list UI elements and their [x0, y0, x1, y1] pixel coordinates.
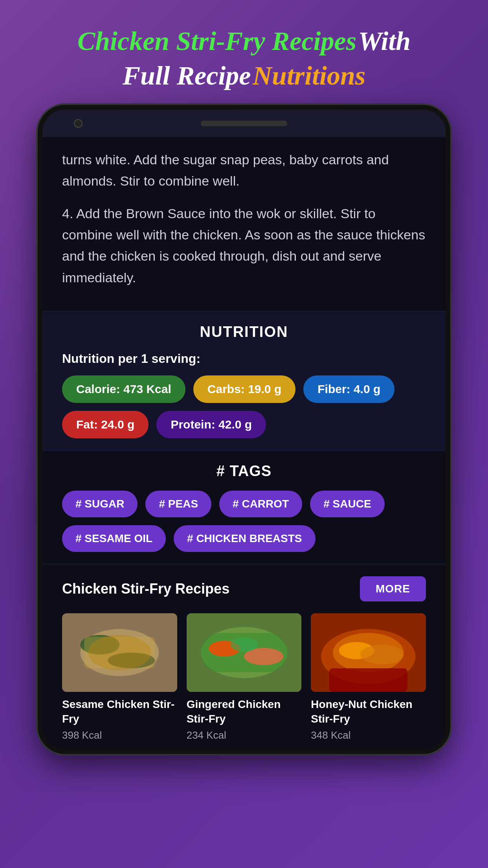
step4-text: 4. Add the Brown Sauce into the wok or s… [62, 203, 426, 289]
svg-point-16 [361, 645, 404, 664]
related-section: Chicken Stir-Fry Recipes MORE [42, 565, 446, 749]
phone-frame: turns white. Add the sugar snap peas, ba… [38, 105, 450, 754]
title-nutritions: Nutritions [253, 61, 365, 90]
phone-camera [74, 119, 83, 128]
page-title-block: Chicken Stri-Fry Recipes With Full Recip… [54, 0, 434, 105]
nutrition-section: NUTRITION Nutrition per 1 serving: Calor… [42, 312, 446, 450]
card-2-name: Gingered Chicken Stir-Fry [187, 697, 302, 726]
phone-speaker [201, 121, 287, 126]
tag-sugar[interactable]: # SUGAR [62, 491, 138, 517]
card-2-kcal: 234 Kcal [187, 729, 302, 741]
recipe-card-img-sesame [62, 613, 177, 692]
recipe-step-3: turns white. Add the sugar snap peas, ba… [62, 149, 426, 192]
step4-label: 4. [62, 206, 73, 221]
card-1-kcal: 398 Kcal [62, 729, 177, 741]
badge-fat: Fat: 24.0 g [62, 411, 149, 438]
step3-text: turns white. Add the sugar snap peas, ba… [62, 149, 426, 192]
tags-title: # TAGS [62, 463, 426, 480]
badge-carbs: Carbs: 19.0 g [193, 375, 295, 403]
title-full-recipe: Full Recipe [123, 61, 251, 90]
recipe-card-img-honey-nut [311, 613, 426, 692]
recipe-card-1[interactable]: Sesame Chicken Stir-Fry 398 Kcal [62, 613, 177, 741]
nutrition-per-serving: Nutrition per 1 serving: [62, 351, 426, 366]
nutrition-badges: Calorie: 473 Kcal Carbs: 19.0 g Fiber: 4… [62, 375, 426, 438]
tags-section: # TAGS # SUGAR # PEAS # CARROT # SAUCE #… [42, 451, 446, 564]
badge-protein: Protein: 42.0 g [156, 411, 266, 438]
recipe-card-3[interactable]: Honey-Nut Chicken Stir-Fry 348 Kcal [311, 613, 426, 741]
tag-peas[interactable]: # PEAS [145, 491, 211, 517]
title-green: Chicken Stri-Fry Recipes [77, 26, 356, 56]
badge-calorie: Calorie: 473 Kcal [62, 375, 185, 403]
phone-side-button [447, 228, 450, 267]
svg-point-5 [88, 635, 151, 670]
card-1-name: Sesame Chicken Stir-Fry [62, 697, 177, 726]
more-button[interactable]: MORE [360, 576, 426, 601]
tag-sesame-oil[interactable]: # SESAME OIL [62, 525, 166, 552]
tags-container: # SUGAR # PEAS # CARROT # SAUCE # SESAME… [62, 491, 426, 552]
screen-content: turns white. Add the sugar snap peas, ba… [42, 137, 446, 749]
recipe-cards: Sesame Chicken Stir-Fry 398 Kcal [62, 613, 426, 741]
recipe-card-2[interactable]: Gingered Chicken Stir-Fry 234 Kcal [187, 613, 302, 741]
phone-top-bar [42, 110, 446, 137]
tag-chicken-breasts[interactable]: # CHICKEN BREASTS [174, 525, 315, 552]
svg-rect-17 [329, 668, 408, 692]
recipe-step-4: 4. Add the Brown Sauce into the wok or s… [62, 203, 426, 289]
nutrition-title: NUTRITION [62, 324, 426, 340]
card-3-kcal: 348 Kcal [311, 729, 426, 741]
recipe-text-area: turns white. Add the sugar snap peas, ba… [42, 137, 446, 311]
badge-fiber: Fiber: 4.0 g [303, 375, 394, 403]
svg-point-11 [230, 638, 258, 652]
related-title: Chicken Stir-Fry Recipes [62, 581, 229, 597]
recipe-card-img-gingered [187, 613, 302, 692]
step4-body: Add the Brown Sauce into the wok or skil… [62, 206, 425, 285]
related-header: Chicken Stir-Fry Recipes MORE [62, 576, 426, 601]
tag-carrot[interactable]: # CARROT [219, 491, 302, 517]
title-with: With [358, 26, 411, 56]
card-3-name: Honey-Nut Chicken Stir-Fry [311, 697, 426, 726]
tag-sauce[interactable]: # SAUCE [310, 491, 384, 517]
